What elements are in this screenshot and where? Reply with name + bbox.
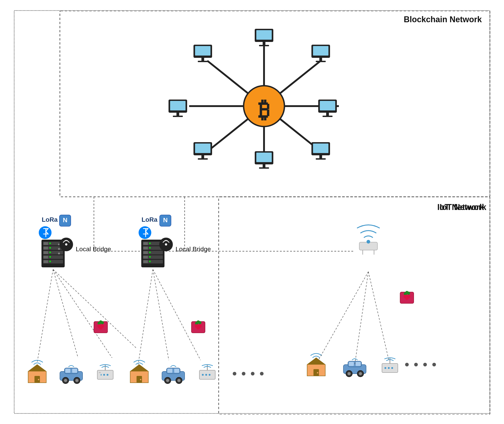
svg-rect-145: [174, 369, 179, 373]
svg-rect-150: [199, 370, 215, 379]
svg-point-84: [99, 320, 102, 324]
svg-point-149: [177, 379, 181, 382]
svg-rect-14: [263, 42, 265, 45]
svg-rect-144: [167, 369, 172, 373]
svg-rect-177: [356, 362, 361, 366]
svg-point-153: [209, 374, 210, 376]
svg-rect-30: [326, 112, 329, 116]
svg-rect-112: [143, 242, 148, 245]
svg-rect-55: [44, 242, 48, 245]
smart-home-3: [307, 354, 325, 376]
svg-rect-67: [44, 260, 48, 263]
svg-point-162: [366, 240, 370, 243]
svg-point-155: [233, 372, 236, 375]
svg-rect-25: [170, 101, 186, 110]
svg-point-183: [384, 367, 386, 369]
svg-rect-115: [143, 247, 148, 249]
svg-rect-33: [195, 143, 210, 153]
svg-rect-15: [259, 45, 269, 46]
svg-point-181: [359, 372, 362, 375]
svg-rect-94: [65, 369, 70, 373]
svg-point-91: [38, 379, 39, 380]
svg-point-102: [103, 374, 105, 376]
svg-rect-19: [198, 61, 208, 62]
svg-point-189: [423, 363, 427, 366]
svg-line-128: [138, 269, 153, 365]
svg-rect-59: [50, 247, 51, 249]
svg-rect-35: [198, 158, 208, 160]
svg-point-87: [99, 326, 102, 330]
svg-rect-118: [143, 251, 148, 254]
svg-point-127: [165, 243, 167, 246]
svg-rect-119: [149, 252, 151, 253]
svg-point-70: [58, 248, 60, 250]
svg-rect-42: [319, 155, 322, 158]
svg-line-74: [37, 269, 53, 362]
svg-rect-22: [319, 58, 322, 61]
svg-point-158: [260, 372, 264, 375]
svg-rect-13: [256, 30, 272, 40]
car-1: [60, 366, 82, 384]
svg-text:N: N: [63, 217, 67, 224]
lora-label-2: LoRa: [142, 216, 158, 223]
svg-line-191: [318, 272, 368, 360]
router-1: [97, 365, 113, 379]
svg-rect-41: [313, 143, 328, 153]
svg-line-77: [53, 269, 137, 349]
svg-rect-39: [259, 167, 269, 169]
svg-line-75: [53, 269, 78, 358]
svg-point-188: [414, 363, 418, 366]
svg-point-166: [405, 291, 409, 294]
main-container: Blockchain Network IoT Network ₿: [14, 10, 490, 414]
car-2: [162, 366, 185, 384]
svg-point-134: [197, 320, 200, 324]
svg-point-103: [107, 374, 108, 376]
bridge-label-1: Local Bridge: [76, 246, 111, 253]
svg-point-137: [196, 326, 200, 330]
svg-point-184: [388, 367, 390, 369]
svg-point-187: [405, 363, 409, 366]
svg-rect-124: [143, 260, 148, 263]
svg-marker-171: [307, 358, 325, 365]
svg-rect-31: [322, 116, 333, 117]
svg-rect-61: [44, 251, 48, 254]
svg-rect-18: [202, 58, 204, 61]
svg-rect-58: [44, 247, 48, 249]
svg-point-169: [405, 296, 409, 300]
svg-point-173: [317, 372, 318, 374]
svg-rect-68: [50, 261, 51, 262]
svg-marker-139: [130, 365, 148, 371]
svg-point-73: [65, 243, 67, 246]
svg-line-193: [368, 272, 389, 360]
svg-rect-176: [349, 362, 354, 366]
svg-point-157: [251, 372, 254, 375]
svg-line-130: [153, 269, 201, 360]
svg-rect-62: [50, 252, 51, 253]
svg-rect-17: [195, 46, 210, 56]
svg-rect-95: [72, 369, 77, 373]
svg-line-76: [53, 269, 112, 358]
svg-point-185: [391, 367, 393, 369]
svg-rect-37: [256, 153, 272, 162]
lora-label-1: LoRa: [42, 216, 58, 223]
svg-rect-113: [149, 243, 151, 244]
iot-network-label: IoT Network: [437, 202, 484, 212]
svg-rect-1: [219, 197, 490, 414]
car-3: [343, 359, 366, 377]
svg-rect-23: [316, 61, 326, 62]
svg-point-152: [205, 374, 207, 376]
svg-rect-34: [202, 155, 204, 158]
svg-point-179: [347, 372, 351, 375]
svg-rect-106: [99, 373, 101, 378]
svg-rect-182: [382, 363, 398, 373]
svg-rect-121: [143, 256, 148, 258]
svg-rect-38: [263, 164, 265, 167]
svg-rect-43: [316, 158, 326, 160]
svg-rect-64: [44, 256, 48, 258]
svg-line-129: [153, 269, 169, 360]
svg-rect-26: [176, 112, 179, 116]
router-2: [199, 365, 215, 379]
svg-rect-27: [173, 116, 183, 117]
svg-point-190: [432, 363, 436, 366]
svg-rect-116: [149, 247, 151, 249]
